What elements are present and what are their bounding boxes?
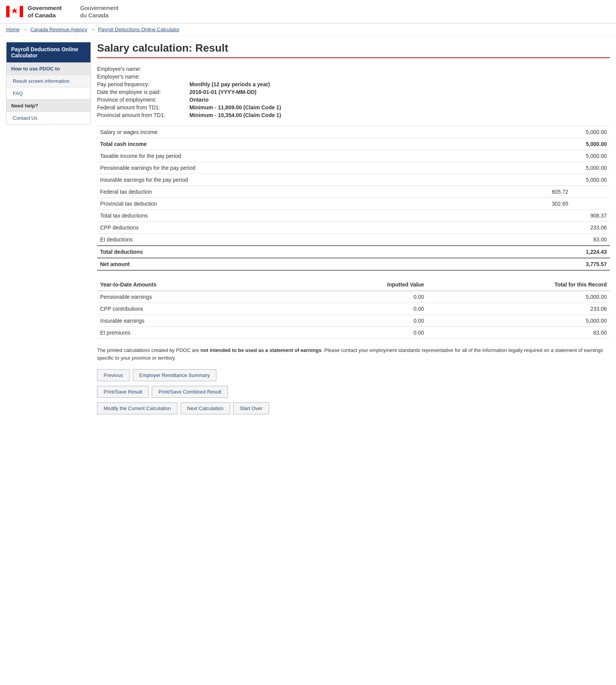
page-title: Salary calculation: Result xyxy=(97,42,610,54)
breadcrumb-home[interactable]: Home xyxy=(6,27,20,32)
sidebar-item-result-screen[interactable]: Result screen information xyxy=(7,75,90,87)
table-row: Provincial tax deduction302.65 xyxy=(97,198,610,210)
table-row: Total deductions1,224.43 xyxy=(97,246,610,258)
federal-td1-row: Federal amount from TD1: Minimum - 11,80… xyxy=(97,104,610,111)
sidebar: Payroll Deductions Online Calculator How… xyxy=(6,42,91,124)
result-label: Federal tax deduction xyxy=(97,186,533,198)
result-label: Taxable income for the pay period xyxy=(97,150,533,162)
ytd-inputted: 0.00 xyxy=(293,303,427,315)
result-col2: 1,224.43 xyxy=(571,246,610,258)
pay-period-row: Pay period frequency: Monthly (12 pay pe… xyxy=(97,81,610,87)
print-save-result-button[interactable]: Print/Save Result xyxy=(97,386,149,398)
table-row: Taxable income for the pay period5,000.0… xyxy=(97,150,610,162)
table-row: Pensionable earnings for the pay period5… xyxy=(97,162,610,174)
result-col2: 83.00 xyxy=(571,234,610,246)
table-row: Total cash income5,000.00 xyxy=(97,138,610,150)
disclaimer: The printed calculations created by PDOC… xyxy=(97,347,610,362)
table-row: EI deductions83.00 xyxy=(97,234,610,246)
employer-name-label: Employer's name: xyxy=(97,74,189,80)
ytd-inputted: 0.00 xyxy=(293,315,427,327)
ytd-table: Year-to-Date Amounts Inputted Value Tota… xyxy=(97,278,610,339)
result-label: Total deductions xyxy=(97,246,533,258)
ytd-label: Insurable earnings xyxy=(97,315,293,327)
ytd-inputted: 0.00 xyxy=(293,291,427,303)
svg-rect-2 xyxy=(20,6,23,17)
result-col2: 5,000.00 xyxy=(571,138,610,150)
result-label: Salary or wages income xyxy=(97,126,533,138)
table-row: Federal tax deduction605.72 xyxy=(97,186,610,198)
provincial-td1-label: Provincial amount from TD1: xyxy=(97,112,189,118)
ytd-header-inputted: Inputted Value xyxy=(293,278,427,291)
result-col2: 908.37 xyxy=(571,210,610,222)
provincial-td1-row: Provincial amount from TD1: Minimum - 10… xyxy=(97,112,610,118)
list-item: EI premiums0.0083.00 xyxy=(97,327,610,339)
result-col2: 233.06 xyxy=(571,222,610,234)
breadcrumb-arrow-2: → xyxy=(90,27,95,32)
results-table: Salary or wages income5,000.00Total cash… xyxy=(97,126,610,271)
table-row: CPP deductions233.06 xyxy=(97,222,610,234)
next-calculation-button[interactable]: Next Calculation xyxy=(181,402,230,414)
result-col2: 5,000.00 xyxy=(571,174,610,186)
sidebar-item-contact-us[interactable]: Contact Us xyxy=(7,112,90,124)
modify-calculation-button[interactable]: Modify the Current Calculation xyxy=(97,402,177,414)
result-col1 xyxy=(533,246,571,258)
ytd-header-label: Year-to-Date Amounts xyxy=(97,278,293,291)
previous-button[interactable]: Previous xyxy=(97,369,130,381)
table-row: Insurable earnings for the pay period5,0… xyxy=(97,174,610,186)
breadcrumb-arrow-1: → xyxy=(22,27,27,32)
result-col2: 5,000.00 xyxy=(571,162,610,174)
ytd-total: 5,000.00 xyxy=(427,315,610,327)
result-label: Provincial tax deduction xyxy=(97,198,533,210)
start-over-button[interactable]: Start Over xyxy=(233,402,269,414)
result-label: Total tax deductions xyxy=(97,210,533,222)
canada-flag xyxy=(6,3,23,20)
ytd-total: 83.00 xyxy=(427,327,610,339)
result-col2: 3,775.57 xyxy=(571,258,610,270)
result-col1 xyxy=(533,126,571,138)
result-label: Pensionable earnings for the pay period xyxy=(97,162,533,174)
svg-rect-1 xyxy=(6,6,10,17)
pay-period-value: Monthly (12 pay periods a year) xyxy=(189,81,270,87)
ytd-label: EI premiums xyxy=(97,327,293,339)
employer-remittance-button[interactable]: Employer Remittance Summary xyxy=(133,369,217,381)
button-row-2: Print/Save ResultPrint/Save Combined Res… xyxy=(97,386,610,398)
result-col2 xyxy=(571,198,610,210)
province-value: Ontario xyxy=(189,97,209,103)
ytd-total: 5,000.00 xyxy=(427,291,610,303)
result-col1 xyxy=(533,174,571,186)
ytd-total: 233.06 xyxy=(427,303,610,315)
result-col1 xyxy=(533,234,571,246)
result-col1 xyxy=(533,258,571,270)
ytd-label: CPP contributions xyxy=(97,303,293,315)
breadcrumb-cra[interactable]: Canada Revenue Agency xyxy=(30,27,87,32)
table-row: Salary or wages income5,000.00 xyxy=(97,126,610,138)
title-divider xyxy=(97,57,610,58)
province-row: Province of employment: Ontario xyxy=(97,97,610,103)
print-save-combined-button[interactable]: Print/Save Combined Result xyxy=(152,386,228,398)
date-paid-row: Date the employee is paid: 2018-01-01 (Y… xyxy=(97,89,610,95)
ytd-label: Pensionable earnings xyxy=(97,291,293,303)
button-row-3: Modify the Current CalculationNext Calcu… xyxy=(97,402,610,414)
breadcrumb-pdoc[interactable]: Payroll Deductions Online Calculator xyxy=(98,27,180,32)
provincial-td1-value: Minimum - 10,354.00 (Claim Code 1) xyxy=(189,112,281,118)
sidebar-item-faq[interactable]: FAQ xyxy=(7,87,90,99)
result-label: CPP deductions xyxy=(97,222,533,234)
employer-name-row: Employer's name: xyxy=(97,74,610,80)
breadcrumb: Home → Canada Revenue Agency → Payroll D… xyxy=(0,23,616,36)
pay-period-label: Pay period frequency: xyxy=(97,81,189,87)
list-item: Pensionable earnings0.005,000.00 xyxy=(97,291,610,303)
result-col2: 5,000.00 xyxy=(571,150,610,162)
button-row-1: PreviousEmployer Remittance Summary xyxy=(97,369,610,381)
result-col1 xyxy=(533,162,571,174)
result-col1 xyxy=(533,210,571,222)
result-col1: 302.65 xyxy=(533,198,571,210)
result-col1 xyxy=(533,222,571,234)
gov-name-french: Gouvernement du Canada xyxy=(80,4,118,19)
result-col2: 5,000.00 xyxy=(571,126,610,138)
result-label: Total cash income xyxy=(97,138,533,150)
sidebar-section-how-to-use: How to use PDOC to xyxy=(7,62,90,75)
result-label: EI deductions xyxy=(97,234,533,246)
result-label: Insurable earnings for the pay period xyxy=(97,174,533,186)
date-paid-value: 2018-01-01 (YYYY-MM-DD) xyxy=(189,89,256,95)
result-col1 xyxy=(533,138,571,150)
